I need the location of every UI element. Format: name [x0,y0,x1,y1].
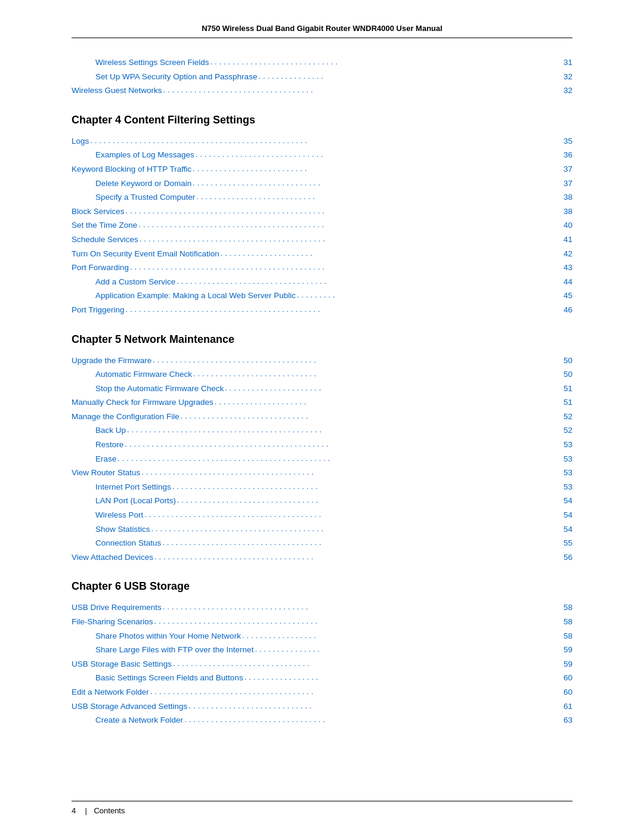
footer-page-number: 4 [72,806,76,815]
toc-row: Show Statistics . . . . . . . . . . . . … [72,523,572,536]
toc-dots: . . . . . . . . . . . . . . . . . . . . … [163,600,562,614]
toc-row: USB Storage Advanced Settings . . . . . … [72,700,572,713]
toc-row: Restore . . . . . . . . . . . . . . . . … [72,438,572,451]
toc-page: 51 [564,396,572,409]
toc-label[interactable]: Erase [95,453,116,466]
toc-label[interactable]: Basic Settings Screen Fields and Buttons [95,671,243,685]
toc-row: View Router Status . . . . . . . . . . .… [72,466,572,479]
toc-page: 38 [564,205,572,218]
toc-row: LAN Port (Local Ports) . . . . . . . . .… [72,494,572,507]
toc-page: 53 [564,438,572,451]
toc-label[interactable]: LAN Port (Local Ports) [95,494,176,507]
footer-label: Contents [94,806,125,815]
toc-label[interactable]: USB Storage Basic Settings [72,658,172,671]
page-container: N750 Wireless Dual Band Gigabit Router W… [0,0,644,833]
toc-row: Turn On Security Event Email Notificatio… [72,247,572,261]
toc-page: 38 [564,191,572,204]
toc-label[interactable]: USB Drive Requirements [72,601,162,614]
toc-label[interactable]: Share Photos within Your Home Network [95,630,241,643]
toc-label[interactable]: View Attached Devices [72,551,153,564]
toc-page: 53 [564,481,572,494]
toc-label[interactable]: Manage the Configuration File [72,410,179,423]
toc-label[interactable]: Share Large Files with FTP over the Inte… [95,643,253,657]
toc-label[interactable]: File-Sharing Scenarios [72,615,153,628]
toc-label[interactable]: Connection Status [95,537,161,550]
toc-row: Wireless Guest Networks . . . . . . . . … [72,84,572,97]
toc-label[interactable]: Schedule Services [72,233,138,246]
toc-row: Delete Keyword or Domain . . . . . . . .… [72,177,572,190]
toc-dots: . . . . . . . . . . . . . . . . . . . . … [90,134,562,147]
toc-label[interactable]: USB Storage Advanced Settings [72,700,187,713]
toc-page: 31 [564,56,572,69]
toc-label[interactable]: Edit a Network Folder [72,686,149,699]
toc-page: 55 [564,537,572,550]
toc-label[interactable]: Create a Network Folder [95,714,183,727]
toc-row: Specify a Trusted Computer . . . . . . .… [72,191,572,204]
toc-row: Add a Custom Service . . . . . . . . . .… [72,275,572,289]
toc-dots: . . . . . . . . . . . . . . . . . . . . … [177,275,562,288]
toc-page: 61 [564,700,572,713]
toc-page: 40 [564,219,572,232]
toc-label[interactable]: Add a Custom Service [95,275,175,289]
toc-row: Back Up . . . . . . . . . . . . . . . . … [72,424,572,437]
page-header: N750 Wireless Dual Band Gigabit Router W… [72,24,572,38]
toc-row: Set Up WPA Security Option and Passphras… [72,70,572,83]
toc-dots: . . . . . . . . . . . . . . . . . [242,629,562,642]
toc-dots: . . . . . . . . . . . . . . . . . . . . … [215,395,562,408]
toc-dots: . . . . . . . . . . . . . . . . . . . . … [196,190,562,203]
toc-row: Internet Port Settings . . . . . . . . .… [72,481,572,494]
toc-label[interactable]: Application Example: Making a Local Web … [95,289,296,302]
toc-label[interactable]: View Router Status [72,466,140,479]
toc-page: 52 [564,410,572,423]
toc-label[interactable]: Delete Keyword or Domain [95,177,191,190]
toc-label[interactable]: Block Services [72,205,125,218]
toc-label[interactable]: Keyword Blocking of HTTP Traffic [72,163,191,176]
toc-page: 50 [564,354,572,367]
toc-label[interactable]: Internet Port Settings [95,481,171,494]
toc-row: Share Photos within Your Home Network . … [72,630,572,643]
toc-dots: . . . . . . . . . . . . . . . . . . . . … [162,536,562,549]
toc-row: Application Example: Making a Local Web … [72,289,572,302]
toc-page: 59 [564,643,572,657]
toc-dots: . . . . . . . . . . . . . . . . . . . . … [151,522,562,535]
toc-label[interactable]: Automatic Firmware Check [95,368,192,381]
toc-dots: . . . . . . . . . . . . . . . . . . . . … [153,354,562,367]
toc-label[interactable]: Upgrade the Firmware [72,354,151,367]
toc-label[interactable]: Manually Check for Firmware Upgrades [72,396,213,409]
toc-label[interactable]: Specify a Trusted Computer [95,191,195,204]
toc-page: 35 [564,135,572,148]
toc-label[interactable]: Back Up [95,424,126,437]
chapter-5-heading: Chapter 5 Network Maintenance [72,333,572,346]
toc-page: 59 [564,658,572,671]
toc-label[interactable]: Wireless Settings Screen Fields [95,56,209,69]
toc-row: Basic Settings Screen Fields and Buttons… [72,671,572,685]
toc-row: View Attached Devices . . . . . . . . . … [72,551,572,564]
toc-label[interactable]: Examples of Log Messages [95,148,194,162]
toc-page: 50 [564,368,572,381]
toc-page: 54 [564,523,572,536]
toc-label[interactable]: Wireless Guest Networks [72,84,162,97]
toc-page: 56 [564,551,572,564]
toc-label[interactable]: Port Triggering [72,304,125,317]
toc-label[interactable]: Turn On Security Event Email Notificatio… [72,247,219,261]
toc-row: Stop the Automatic Firmware Check . . . … [72,382,572,395]
toc-label[interactable]: Logs [72,135,89,148]
toc-row: Manage the Configuration File . . . . . … [72,410,572,423]
toc-label[interactable]: Show Statistics [95,523,150,536]
toc-label-set-time-zone[interactable]: Set the Time Zone [72,219,137,232]
toc-label[interactable]: Stop the Automatic Firmware Check [95,382,224,395]
toc-dots: . . . . . . . . . . . . . . . . . . . . … [150,685,562,698]
toc-dots: . . . . . . . . . . . . . . . . . . . . … [210,55,562,69]
toc-page: 53 [564,466,572,479]
toc-row: Automatic Firmware Check . . . . . . . .… [72,368,572,381]
toc-label[interactable]: Set Up WPA Security Option and Passphras… [95,70,257,83]
toc-label[interactable]: Port Forwarding [72,261,129,274]
toc-dots: . . . . . . . . . . . . . . . . . . . . … [188,699,562,713]
toc-label[interactable]: Wireless Port [95,509,143,522]
chapter-4-section: Chapter 4 Content Filtering Settings Log… [72,114,572,317]
chapter-5-title: Chapter 5 Network Maintenance [72,333,234,345]
toc-label[interactable]: Restore [95,438,123,451]
toc-dots: . . . . . . . . . . . . . . . . . . . . … [126,205,562,218]
toc-dots: . . . . . . . . . . . . . . . . . . . . … [177,494,562,507]
toc-page: 36 [564,148,572,162]
